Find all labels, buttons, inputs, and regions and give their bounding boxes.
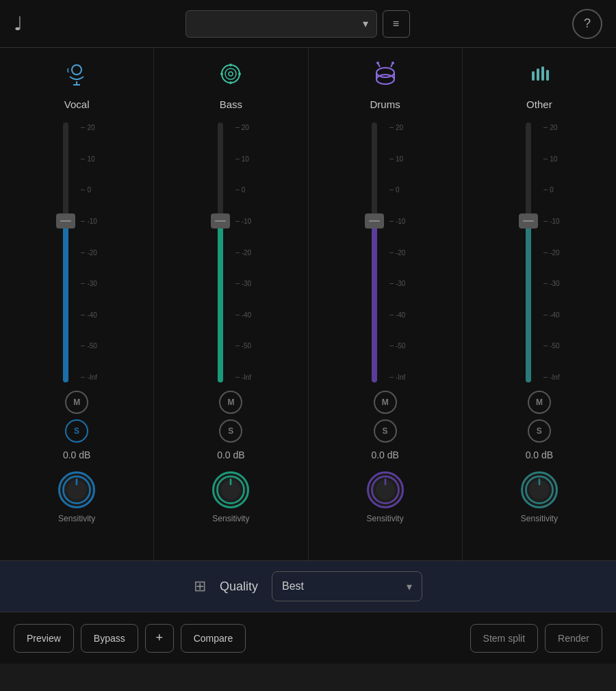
bass-label: Bass [220,99,242,110]
svg-point-0 [72,65,81,75]
svg-point-10 [229,81,232,84]
bass-fader[interactable] [211,122,230,382]
bypass-button[interactable]: Bypass [81,624,138,653]
help-button[interactable]: ? [572,9,602,39]
add-button[interactable]: + [145,624,174,653]
menu-button[interactable]: ≡ [383,10,410,38]
svg-point-19 [376,75,394,84]
vocal-label: Vocal [64,99,90,110]
svg-point-12 [238,73,241,75]
other-fader-thumb[interactable] [519,213,538,229]
chevron-down-icon: ▾ [363,17,368,30]
other-scale: 20 10 0-10-20-30-40-50-Inf [543,122,559,382]
svg-rect-30 [546,70,549,81]
bass-sensitivity-label: Sensitivity [212,514,249,523]
svg-point-23 [392,62,394,64]
other-sensitivity-label: Sensitivity [521,514,558,523]
drums-db-readout: 0.0 dB [371,449,398,460]
vocal-sensitivity-knob[interactable] [58,471,95,508]
vocal-scale: 20 10 0-10-20-30-40-50-Inf [81,122,97,382]
drums-fader-container: 20 10 0-10-20-30-40-50-Inf [365,122,405,382]
render-button[interactable]: Render [545,624,602,653]
drums-icon [373,62,398,92]
drums-scale: 20 10 0-10-20-30-40-50-Inf [389,122,405,382]
other-mute-button[interactable]: M [528,391,551,414]
bottom-right-actions: Stem split Render [470,624,602,653]
quality-dropdown[interactable]: Best ▾ [272,571,422,601]
quality-chevron-icon: ▾ [407,580,412,593]
bass-scale: 20 10 0-10-20-30-40-50-Inf [235,122,251,382]
svg-point-9 [229,64,232,66]
bottom-bar: Preview Bypass + Compare Stem split Rend… [0,612,616,664]
header: ♩ ▾ ≡ ? [0,0,616,48]
bass-ms-buttons: MS [219,391,242,443]
drums-ms-buttons: MS [374,391,397,443]
other-label: Other [526,99,552,110]
quality-label: Quality [220,579,258,594]
vocal-ms-buttons: MS [65,391,88,443]
bass-solo-button[interactable]: S [219,419,242,443]
other-fader[interactable] [519,122,538,382]
svg-rect-27 [532,71,535,81]
preset-dropdown[interactable]: ▾ [185,10,377,38]
svg-point-7 [225,68,236,79]
vocal-fader[interactable] [56,122,75,382]
drums-sensitivity-label: Sensitivity [367,514,404,523]
bass-icon [218,62,243,92]
channel-drums: Drums 20 10 0-10-20-30-40-50-InfMS0.0 dB… [309,48,463,560]
quality-bar: ⊞ Quality Best ▾ [0,561,616,612]
drums-fader[interactable] [365,122,384,382]
svg-point-6 [222,65,240,83]
other-ms-buttons: MS [528,391,551,443]
header-center: ▾ ≡ [185,10,410,38]
vocal-sensitivity-label: Sensitivity [58,514,95,523]
other-db-readout: 0.0 dB [526,449,553,460]
other-fader-container: 20 10 0-10-20-30-40-50-Inf [519,122,559,382]
bass-db-readout: 0.0 dB [217,449,244,460]
bass-fader-container: 20 10 0-10-20-30-40-50-Inf [211,122,251,382]
vocal-fader-thumb[interactable] [56,213,75,229]
svg-rect-29 [541,66,544,81]
svg-rect-28 [537,68,539,81]
bass-sensitivity-container: Sensitivity [212,471,249,523]
vocal-mute-button[interactable]: M [65,391,88,414]
vocal-solo-button[interactable]: S [65,419,88,443]
quality-icon: ⊞ [194,577,206,595]
svg-point-11 [220,73,223,75]
drums-sensitivity-container: Sensitivity [367,471,404,523]
vocal-sensitivity-container: Sensitivity [58,471,95,523]
vocal-db-readout: 0.0 dB [63,449,90,460]
drums-label: Drums [370,99,400,110]
drums-solo-button[interactable]: S [374,419,397,443]
drums-fader-thumb[interactable] [365,213,384,229]
channel-vocal: Vocal 20 10 0-10-20-30-40-50-InfMS0.0 dB… [0,48,154,560]
other-sensitivity-knob[interactable] [521,471,558,508]
svg-point-22 [376,62,379,64]
channel-other: Other 20 10 0-10-20-30-40-50-InfMS0.0 dB… [463,48,616,560]
drums-sensitivity-knob[interactable] [367,471,404,508]
other-sensitivity-container: Sensitivity [521,471,558,523]
vocal-fader-container: 20 10 0-10-20-30-40-50-Inf [56,122,97,382]
mixer-area: Vocal 20 10 0-10-20-30-40-50-InfMS0.0 dB… [0,48,616,561]
bottom-left-actions: Preview Bypass + Compare [14,624,246,653]
other-solo-button[interactable]: S [528,419,551,443]
compare-button[interactable]: Compare [181,624,246,653]
svg-point-8 [229,72,233,76]
app-logo: ♩ [14,12,23,35]
other-icon [527,62,552,92]
bass-fader-thumb[interactable] [211,213,230,229]
drums-mute-button[interactable]: M [374,391,397,414]
stem-split-button[interactable]: Stem split [470,624,538,653]
bass-sensitivity-knob[interactable] [212,471,249,508]
bass-mute-button[interactable]: M [219,391,242,414]
channel-bass: Bass 20 10 0-10-20-30-40-50-InfMS0.0 dB … [154,48,308,560]
quality-value: Best [282,580,304,592]
preview-button[interactable]: Preview [14,624,74,653]
vocal-icon [64,62,89,92]
